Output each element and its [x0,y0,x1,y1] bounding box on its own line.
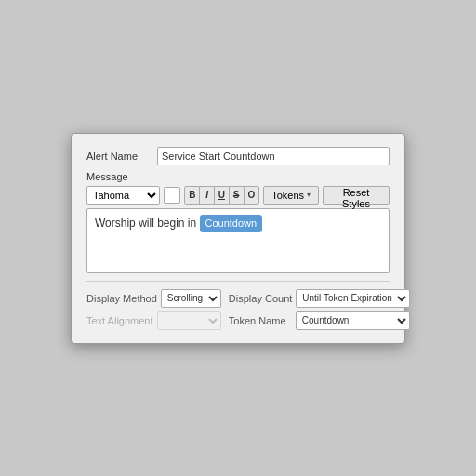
format-buttons-group: B I U S O [184,186,259,205]
display-method-field: Display Method Scrolling Static Fade [86,289,221,308]
display-count-select[interactable]: Until Token Expiration 1 5 10 [296,289,410,308]
message-label: Message [86,171,157,182]
countdown-token[interactable]: Countdown [200,215,263,233]
display-method-select[interactable]: Scrolling Static Fade [161,289,221,308]
bold-button[interactable]: B [185,187,200,204]
token-name-select[interactable]: Countdown Service Start Event [296,311,410,330]
message-content-area[interactable]: Worship will begin in Countdown [86,208,390,273]
italic-button[interactable]: I [200,187,215,204]
tokens-chevron-icon: ▾ [307,191,311,199]
alert-name-input[interactable] [157,147,390,165]
display-method-label: Display Method [86,293,157,304]
token-name-field: Token Name Countdown Service Start Event [229,311,410,330]
alert-name-label: Alert Name [86,151,157,162]
color-picker[interactable] [164,187,180,204]
bottom-options-grid: Display Method Scrolling Static Fade Dis… [86,289,390,330]
message-text-prefix: Worship will begin in [95,217,200,230]
font-select[interactable]: Tahoma Arial Verdana [86,186,160,205]
outline-button[interactable]: O [245,187,259,204]
display-count-label: Display Count [229,293,292,304]
underline-button[interactable]: U [215,187,230,204]
text-alignment-select [157,311,221,330]
token-name-label: Token Name [229,315,292,326]
display-count-field: Display Count Until Token Expiration 1 5… [229,289,410,308]
text-alignment-field: Text Alignment [86,311,221,330]
tokens-button[interactable]: Tokens ▾ [263,186,319,205]
text-alignment-label: Text Alignment [86,315,153,326]
message-toolbar: Tahoma Arial Verdana B I U S O Tokens ▾ … [86,186,390,205]
reset-styles-button[interactable]: Reset Styles [323,186,390,205]
alert-name-row: Alert Name [86,147,390,165]
alert-dialog: Alert Name Message Tahoma Arial Verdana … [71,133,405,344]
strikethrough-button[interactable]: S [230,187,245,204]
divider [86,281,390,282]
tokens-label: Tokens [271,190,304,201]
message-label-row: Message [86,171,390,182]
